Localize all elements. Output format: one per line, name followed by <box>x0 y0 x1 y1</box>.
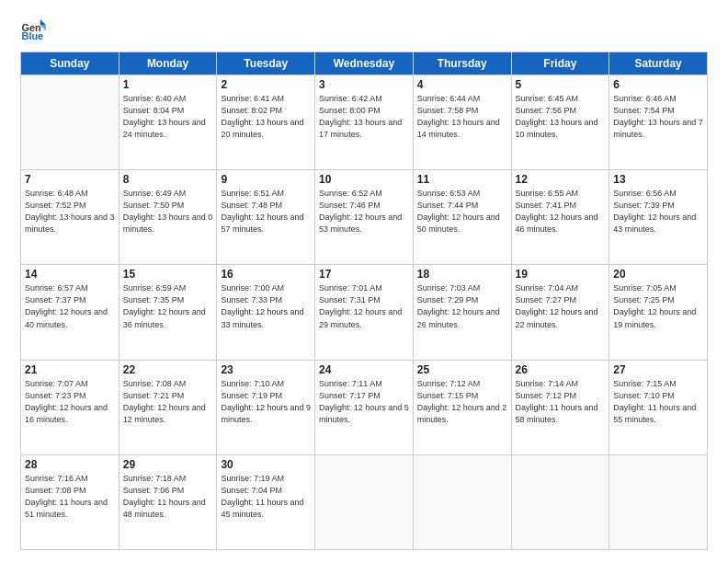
day-cell <box>609 454 708 549</box>
day-header-tuesday: Tuesday <box>217 52 315 75</box>
day-info: Sunrise: 6:44 AMSunset: 7:58 PMDaylight:… <box>417 93 507 141</box>
day-info: Sunrise: 7:19 AMSunset: 7:04 PMDaylight:… <box>221 473 311 521</box>
day-number: 7 <box>25 173 115 186</box>
day-info: Sunrise: 6:41 AMSunset: 8:02 PMDaylight:… <box>221 93 311 141</box>
day-cell: 13Sunrise: 6:56 AMSunset: 7:39 PMDayligh… <box>609 170 708 265</box>
header: Gen Blue <box>20 17 708 42</box>
day-number: 4 <box>417 78 507 91</box>
day-info: Sunrise: 7:01 AMSunset: 7:31 PMDaylight:… <box>319 282 409 330</box>
day-info: Sunrise: 7:04 AMSunset: 7:27 PMDaylight:… <box>516 282 606 330</box>
day-cell: 17Sunrise: 7:01 AMSunset: 7:31 PMDayligh… <box>315 265 414 360</box>
day-info: Sunrise: 7:00 AMSunset: 7:33 PMDaylight:… <box>221 282 311 330</box>
day-cell: 23Sunrise: 7:10 AMSunset: 7:19 PMDayligh… <box>217 360 315 454</box>
day-info: Sunrise: 6:57 AMSunset: 7:37 PMDaylight:… <box>25 282 115 330</box>
day-cell: 1Sunrise: 6:40 AMSunset: 8:04 PMDaylight… <box>119 75 217 170</box>
day-cell: 21Sunrise: 7:07 AMSunset: 7:23 PMDayligh… <box>21 360 119 454</box>
svg-text:Blue: Blue <box>22 30 44 41</box>
day-cell: 25Sunrise: 7:12 AMSunset: 7:15 PMDayligh… <box>413 360 511 454</box>
day-number: 10 <box>319 173 409 186</box>
week-row-2: 7Sunrise: 6:48 AMSunset: 7:52 PMDaylight… <box>21 170 708 265</box>
day-number: 15 <box>123 268 213 281</box>
day-number: 18 <box>417 268 507 281</box>
day-cell: 9Sunrise: 6:51 AMSunset: 7:48 PMDaylight… <box>217 170 315 265</box>
day-number: 9 <box>221 173 311 186</box>
week-row-5: 28Sunrise: 7:16 AMSunset: 7:08 PMDayligh… <box>21 454 708 549</box>
day-header-wednesday: Wednesday <box>315 52 414 75</box>
day-cell: 22Sunrise: 7:08 AMSunset: 7:21 PMDayligh… <box>119 360 217 454</box>
logo: Gen Blue <box>20 17 46 42</box>
day-number: 29 <box>123 458 213 471</box>
day-header-saturday: Saturday <box>609 52 708 75</box>
day-header-monday: Monday <box>119 52 217 75</box>
day-cell <box>21 75 119 170</box>
day-cell: 8Sunrise: 6:49 AMSunset: 7:50 PMDaylight… <box>119 170 217 265</box>
day-info: Sunrise: 6:59 AMSunset: 7:35 PMDaylight:… <box>123 282 213 330</box>
svg-marker-2 <box>40 19 46 25</box>
day-header-sunday: Sunday <box>21 52 119 75</box>
day-cell: 7Sunrise: 6:48 AMSunset: 7:52 PMDaylight… <box>21 170 119 265</box>
week-row-4: 21Sunrise: 7:07 AMSunset: 7:23 PMDayligh… <box>21 360 708 454</box>
day-number: 2 <box>221 78 311 91</box>
day-cell: 27Sunrise: 7:15 AMSunset: 7:10 PMDayligh… <box>609 360 708 454</box>
day-info: Sunrise: 7:14 AMSunset: 7:12 PMDaylight:… <box>516 378 606 426</box>
day-info: Sunrise: 6:52 AMSunset: 7:46 PMDaylight:… <box>319 188 409 236</box>
day-number: 30 <box>221 458 311 471</box>
day-number: 21 <box>25 363 115 376</box>
day-number: 5 <box>516 78 606 91</box>
day-cell: 10Sunrise: 6:52 AMSunset: 7:46 PMDayligh… <box>315 170 414 265</box>
day-number: 8 <box>123 173 213 186</box>
day-number: 11 <box>417 173 507 186</box>
day-cell <box>315 454 414 549</box>
day-info: Sunrise: 7:16 AMSunset: 7:08 PMDaylight:… <box>25 473 115 521</box>
day-info: Sunrise: 6:42 AMSunset: 8:00 PMDaylight:… <box>319 93 409 141</box>
day-info: Sunrise: 6:49 AMSunset: 7:50 PMDaylight:… <box>123 188 213 236</box>
day-number: 3 <box>319 78 409 91</box>
day-header-friday: Friday <box>511 52 609 75</box>
day-info: Sunrise: 7:10 AMSunset: 7:19 PMDaylight:… <box>221 378 311 426</box>
day-cell: 12Sunrise: 6:55 AMSunset: 7:41 PMDayligh… <box>511 170 609 265</box>
day-cell: 28Sunrise: 7:16 AMSunset: 7:08 PMDayligh… <box>21 454 119 549</box>
day-number: 1 <box>123 78 213 91</box>
day-cell: 3Sunrise: 6:42 AMSunset: 8:00 PMDaylight… <box>315 75 414 170</box>
day-cell <box>511 454 609 549</box>
day-info: Sunrise: 7:07 AMSunset: 7:23 PMDaylight:… <box>25 378 115 426</box>
day-header-thursday: Thursday <box>413 52 511 75</box>
day-info: Sunrise: 6:48 AMSunset: 7:52 PMDaylight:… <box>25 188 115 236</box>
day-number: 26 <box>516 363 606 376</box>
day-info: Sunrise: 6:55 AMSunset: 7:41 PMDaylight:… <box>516 188 606 236</box>
day-cell: 18Sunrise: 7:03 AMSunset: 7:29 PMDayligh… <box>413 265 511 360</box>
calendar: SundayMondayTuesdayWednesdayThursdayFrid… <box>20 52 708 550</box>
day-info: Sunrise: 6:45 AMSunset: 7:56 PMDaylight:… <box>516 93 606 141</box>
header-row: SundayMondayTuesdayWednesdayThursdayFrid… <box>21 52 708 75</box>
day-cell: 6Sunrise: 6:46 AMSunset: 7:54 PMDaylight… <box>609 75 708 170</box>
day-number: 27 <box>613 363 703 376</box>
week-row-1: 1Sunrise: 6:40 AMSunset: 8:04 PMDaylight… <box>21 75 708 170</box>
day-number: 6 <box>613 78 703 91</box>
day-info: Sunrise: 6:53 AMSunset: 7:44 PMDaylight:… <box>417 188 507 236</box>
day-info: Sunrise: 7:11 AMSunset: 7:17 PMDaylight:… <box>319 378 409 426</box>
day-number: 25 <box>417 363 507 376</box>
day-cell: 16Sunrise: 7:00 AMSunset: 7:33 PMDayligh… <box>217 265 315 360</box>
day-number: 17 <box>319 268 409 281</box>
day-cell: 19Sunrise: 7:04 AMSunset: 7:27 PMDayligh… <box>511 265 609 360</box>
day-number: 12 <box>516 173 606 186</box>
day-cell: 5Sunrise: 6:45 AMSunset: 7:56 PMDaylight… <box>511 75 609 170</box>
day-info: Sunrise: 6:40 AMSunset: 8:04 PMDaylight:… <box>123 93 213 141</box>
day-number: 20 <box>613 268 703 281</box>
day-cell: 11Sunrise: 6:53 AMSunset: 7:44 PMDayligh… <box>413 170 511 265</box>
day-info: Sunrise: 7:12 AMSunset: 7:15 PMDaylight:… <box>417 378 507 426</box>
day-cell: 30Sunrise: 7:19 AMSunset: 7:04 PMDayligh… <box>217 454 315 549</box>
day-info: Sunrise: 7:08 AMSunset: 7:21 PMDaylight:… <box>123 378 213 426</box>
day-cell: 4Sunrise: 6:44 AMSunset: 7:58 PMDaylight… <box>413 75 511 170</box>
day-cell: 20Sunrise: 7:05 AMSunset: 7:25 PMDayligh… <box>609 265 708 360</box>
day-cell: 15Sunrise: 6:59 AMSunset: 7:35 PMDayligh… <box>119 265 217 360</box>
logo-icon: Gen Blue <box>20 17 46 42</box>
day-number: 28 <box>25 458 115 471</box>
day-number: 13 <box>613 173 703 186</box>
day-cell: 24Sunrise: 7:11 AMSunset: 7:17 PMDayligh… <box>315 360 414 454</box>
day-info: Sunrise: 6:56 AMSunset: 7:39 PMDaylight:… <box>613 188 703 236</box>
day-number: 24 <box>319 363 409 376</box>
day-info: Sunrise: 6:46 AMSunset: 7:54 PMDaylight:… <box>613 93 703 141</box>
day-cell: 29Sunrise: 7:18 AMSunset: 7:06 PMDayligh… <box>119 454 217 549</box>
day-number: 22 <box>123 363 213 376</box>
